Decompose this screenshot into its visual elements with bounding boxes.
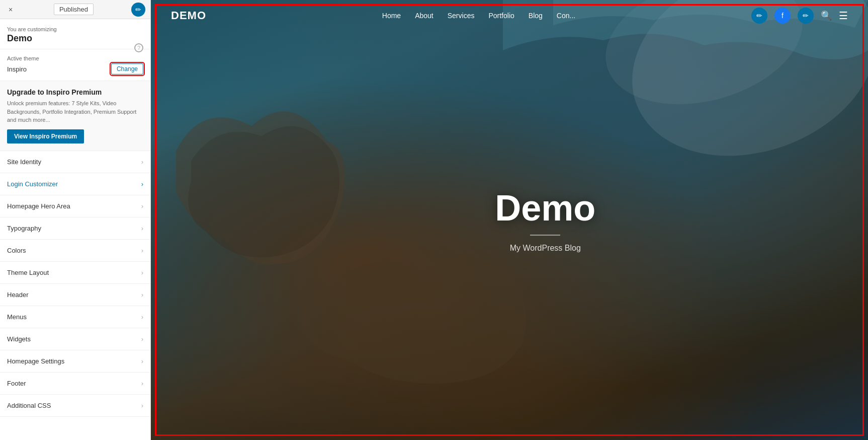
- menu-item-header[interactable]: Header›: [0, 284, 150, 306]
- nav-hamburger-icon[interactable]: ☰: [839, 10, 848, 22]
- menu-item-menus[interactable]: Menus›: [0, 306, 150, 328]
- site-logo: DEMO: [171, 9, 206, 22]
- menu-item-homepage-settings[interactable]: Homepage Settings›: [0, 350, 150, 373]
- nav-search-icon[interactable]: 🔍: [821, 10, 832, 21]
- hero-divider: [530, 235, 560, 236]
- chevron-right-icon: ›: [141, 357, 143, 365]
- menu-item-label: Homepage Settings: [7, 357, 64, 365]
- menu-item-label: Login Customizer: [7, 180, 58, 188]
- hero-content: Demo My WordPress Blog: [495, 187, 595, 253]
- chevron-right-icon: ›: [141, 180, 143, 188]
- menu-item-footer[interactable]: Footer›: [0, 373, 150, 395]
- nav-edit-icon-button[interactable]: ✏: [751, 8, 767, 24]
- nav-blog[interactable]: Blog: [529, 12, 543, 20]
- close-button[interactable]: ×: [5, 4, 16, 15]
- nav-edit-icon2-button[interactable]: ✏: [798, 8, 814, 24]
- menu-item-label: Additional CSS: [7, 402, 51, 409]
- menu-item-widgets[interactable]: Widgets›: [0, 328, 150, 350]
- nav-home[interactable]: Home: [382, 12, 401, 20]
- nav-links: Home About Services Portfolio Blog Con..…: [382, 12, 575, 20]
- customizing-title: Demo: [7, 33, 143, 44]
- menu-item-label: Homepage Hero Area: [7, 202, 70, 210]
- customizing-header: You are customizing Demo ?: [0, 19, 150, 49]
- published-status: Published: [54, 4, 94, 15]
- customizer-panel: × Published ✏ You are customizing Demo ?…: [0, 0, 151, 440]
- nav-about[interactable]: About: [415, 12, 433, 20]
- menu-item-label: Footer: [7, 380, 26, 387]
- menu-item-colors[interactable]: Colors›: [0, 240, 150, 262]
- nav-right-actions: ✏ f ✏ 🔍 ☰: [751, 8, 848, 24]
- upgrade-desc: Unlock premium features: 7 Style Kits, V…: [7, 99, 143, 124]
- menu-item-label: Site Identity: [7, 158, 41, 166]
- top-bar: × Published ✏: [0, 0, 150, 19]
- menu-item-label: Menus: [7, 313, 27, 321]
- menu-item-typography[interactable]: Typography›: [0, 217, 150, 240]
- chevron-right-icon: ›: [141, 335, 143, 343]
- active-theme-name: Inspiro: [7, 65, 27, 73]
- menu-item-label: Header: [7, 291, 29, 299]
- menu-item-site-identity[interactable]: Site Identity›: [0, 151, 150, 173]
- chevron-right-icon: ›: [141, 225, 143, 232]
- menu-item-label: Widgets: [7, 335, 31, 343]
- active-theme-section: Active theme Inspiro Change: [0, 49, 150, 81]
- chevron-right-icon: ›: [141, 313, 143, 321]
- view-premium-button[interactable]: View Inspiro Premium: [7, 129, 84, 143]
- chevron-right-icon: ›: [141, 158, 143, 166]
- nav-facebook-button[interactable]: f: [774, 8, 791, 24]
- chevron-right-icon: ›: [141, 202, 143, 210]
- customizing-label: You are customizing: [7, 26, 143, 32]
- change-theme-button[interactable]: Change: [111, 63, 143, 75]
- menu-item-homepage-hero-area[interactable]: Homepage Hero Area›: [0, 195, 150, 217]
- chevron-right-icon: ›: [141, 380, 143, 387]
- menu-item-theme-layout[interactable]: Theme Layout›: [0, 262, 150, 284]
- chevron-right-icon: ›: [141, 402, 143, 409]
- preview-navigation: DEMO Home About Services Portfolio Blog …: [151, 0, 868, 31]
- preview-area: DEMO Home About Services Portfolio Blog …: [151, 0, 868, 440]
- chevron-right-icon: ›: [141, 247, 143, 254]
- menu-items-container: Site Identity›Login Customizer›Homepage …: [0, 151, 150, 417]
- edit-icon-button[interactable]: ✏: [131, 3, 145, 17]
- upgrade-box: Upgrade to Inspiro Premium Unlock premiu…: [0, 81, 150, 151]
- nav-services[interactable]: Services: [448, 12, 475, 20]
- help-icon[interactable]: ?: [134, 43, 143, 52]
- chevron-right-icon: ›: [141, 269, 143, 276]
- active-theme-label: Active theme: [7, 55, 143, 61]
- menu-item-label: Colors: [7, 247, 26, 254]
- chevron-right-icon: ›: [141, 291, 143, 299]
- menu-item-login-customizer[interactable]: Login Customizer›: [0, 173, 150, 195]
- nav-portfolio[interactable]: Portfolio: [488, 12, 514, 20]
- menu-item-additional-css[interactable]: Additional CSS›: [0, 395, 150, 417]
- menu-item-label: Typography: [7, 225, 41, 232]
- menu-item-label: Theme Layout: [7, 269, 49, 276]
- hero-title: Demo: [495, 187, 595, 229]
- upgrade-title: Upgrade to Inspiro Premium: [7, 88, 143, 96]
- hero-subtitle: My WordPress Blog: [495, 244, 595, 253]
- nav-con[interactable]: Con...: [557, 12, 575, 20]
